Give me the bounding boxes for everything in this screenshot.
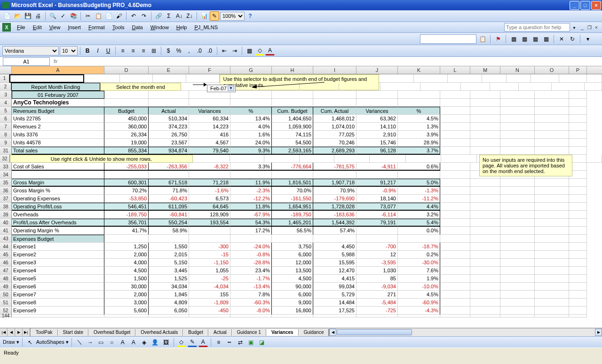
menu-edit[interactable]: Edit: [29, 24, 46, 31]
cell[interactable]: [569, 107, 587, 115]
cell[interactable]: [500, 195, 535, 203]
arrow-icon[interactable]: →: [86, 338, 95, 347]
cell[interactable]: -0.8%: [230, 251, 272, 259]
cell[interactable]: 510,334: [149, 115, 189, 123]
picture-icon[interactable]: 🖼: [161, 338, 171, 347]
cell[interactable]: [300, 155, 335, 163]
cell[interactable]: [500, 203, 535, 211]
cell[interactable]: 0.2%: [398, 251, 440, 259]
cell[interactable]: [470, 315, 500, 317]
cell[interactable]: [440, 251, 470, 259]
open-icon[interactable]: 📂: [13, 11, 22, 21]
cell[interactable]: 6,050: [149, 307, 189, 315]
line-icon[interactable]: ＼: [75, 338, 84, 347]
cell[interactable]: Total sales: [12, 147, 104, 155]
font-name-select[interactable]: Verdana: [2, 46, 59, 55]
cell[interactable]: 7.6%: [398, 267, 440, 275]
menu-pj_mlns[interactable]: PJ_MLNS: [190, 24, 222, 31]
cell[interactable]: -781,575: [313, 163, 356, 171]
cell[interactable]: 4.0%: [230, 123, 272, 131]
cell[interactable]: 64,645: [189, 203, 230, 211]
cell[interactable]: -189,750: [104, 211, 149, 219]
inc-decimal-icon[interactable]: .0: [195, 46, 204, 55]
cell[interactable]: -25: [189, 275, 230, 283]
inc-indent-icon[interactable]: ⇥: [230, 46, 239, 55]
cell[interactable]: [535, 131, 569, 139]
cell[interactable]: [470, 99, 500, 107]
cell[interactable]: [334, 155, 370, 163]
comma-icon[interactable]: ,: [184, 46, 194, 55]
cell[interactable]: [104, 171, 149, 179]
cell[interactable]: [569, 211, 587, 219]
cell[interactable]: Variances: [189, 107, 230, 115]
cell[interactable]: [149, 171, 189, 179]
cell[interactable]: 4.4%: [398, 203, 440, 211]
cell[interactable]: 4,567: [189, 139, 230, 147]
row-header[interactable]: 144: [0, 315, 12, 317]
cell[interactable]: [470, 123, 500, 131]
cell[interactable]: [149, 315, 189, 317]
cell[interactable]: [189, 235, 230, 243]
fx-icon[interactable]: fx: [54, 59, 57, 64]
cell[interactable]: [272, 99, 313, 107]
cell[interactable]: 71,218: [189, 179, 230, 187]
cell[interactable]: 56.5%: [272, 227, 313, 235]
cell[interactable]: [104, 99, 149, 107]
3d-icon[interactable]: ◪: [257, 338, 267, 347]
cell[interactable]: [272, 315, 313, 317]
cell[interactable]: 1,404,650: [272, 115, 313, 123]
cell[interactable]: -161,550: [272, 195, 313, 203]
cell[interactable]: [569, 195, 587, 203]
print-icon[interactable]: 🖨: [33, 11, 43, 21]
cell[interactable]: -0.9%: [356, 187, 398, 195]
cell[interactable]: 5,150: [149, 259, 189, 267]
line-color-icon[interactable]: ✎: [188, 338, 197, 347]
cell[interactable]: [230, 91, 272, 99]
cell[interactable]: -4.3%: [398, 307, 440, 315]
row-header[interactable]: 50: [0, 291, 12, 299]
cell[interactable]: -3,595: [356, 259, 398, 267]
italic-icon[interactable]: I: [93, 46, 103, 55]
cell[interactable]: [500, 275, 535, 283]
row-header[interactable]: 40: [0, 219, 12, 227]
col-header-M[interactable]: M: [470, 66, 500, 74]
cell[interactable]: [569, 243, 587, 251]
cell[interactable]: 1,544,392: [313, 219, 356, 227]
align-left-icon[interactable]: ≡: [118, 46, 127, 55]
tab-last-icon[interactable]: ▶|: [23, 328, 30, 336]
cell[interactable]: 41.7%: [104, 227, 149, 235]
cell[interactable]: 550,254: [149, 219, 189, 227]
cell[interactable]: -60.9%: [398, 299, 440, 307]
cell[interactable]: 77,025: [313, 131, 356, 139]
cell[interactable]: [569, 203, 587, 211]
cell[interactable]: -28.8%: [230, 259, 272, 267]
cell[interactable]: [500, 267, 535, 275]
cell[interactable]: [440, 299, 470, 307]
col-header-H[interactable]: H: [272, 66, 313, 74]
autoshapes-menu[interactable]: AutoShapes ▾: [36, 339, 69, 345]
cell[interactable]: [535, 307, 569, 315]
cell[interactable]: 4.5%: [398, 291, 440, 299]
sheet-tab-overhead-budget[interactable]: Overhead Budget: [88, 329, 135, 336]
percent-icon[interactable]: %: [174, 46, 183, 55]
cell[interactable]: [500, 211, 535, 219]
cell[interactable]: 1.6%: [230, 131, 272, 139]
cell[interactable]: 546,451: [104, 203, 149, 211]
cell[interactable]: [569, 267, 587, 275]
cell[interactable]: -255,033: [104, 163, 149, 171]
cell[interactable]: 5.4%: [398, 219, 440, 227]
cell[interactable]: [535, 195, 569, 203]
cell[interactable]: [500, 107, 535, 115]
wordart-icon[interactable]: A: [129, 338, 138, 347]
cell[interactable]: 70,246: [313, 139, 356, 147]
cell[interactable]: 15,595: [313, 259, 356, 267]
row-header[interactable]: 1: [0, 74, 9, 83]
col-header-J[interactable]: J: [356, 66, 398, 74]
drawing-toggle-icon[interactable]: ✎: [210, 11, 219, 21]
cell[interactable]: [470, 115, 500, 123]
cell[interactable]: [440, 219, 470, 227]
analysis-input[interactable]: [420, 34, 476, 44]
cell[interactable]: [440, 315, 470, 317]
cell[interactable]: 28.9%: [398, 139, 440, 147]
cell[interactable]: [230, 235, 272, 243]
